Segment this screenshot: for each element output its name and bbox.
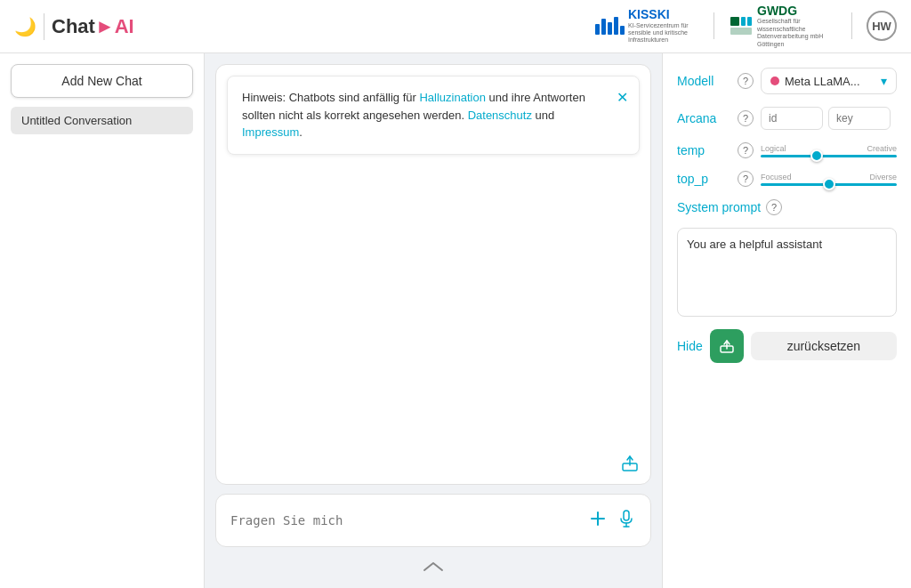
header-right: KISSKI KI-Servicezentrum für sensible un… [595,4,897,48]
bar5 [620,26,625,35]
model-status-dot [770,77,779,85]
system-prompt-help-icon[interactable]: ? [766,199,782,215]
plus-button[interactable] [588,509,608,533]
system-prompt-label: System prompt [677,200,761,214]
bar3 [608,22,612,35]
system-prompt-label-row: System prompt ? [677,199,897,215]
modell-help-icon[interactable]: ? [738,73,754,89]
chat-actions-row [216,446,650,484]
modell-label: Modell [677,74,730,88]
chat-messages [216,165,650,447]
arcana-inputs [761,107,897,130]
app-logo: Chat ► AI [52,15,134,38]
notice-link-halluzination[interactable]: Halluzination [419,91,485,104]
modell-row: Modell ? Meta LLaMA... ▾ [677,68,897,94]
arcana-key-input[interactable] [828,107,891,130]
chat-share-button[interactable] [620,453,640,477]
temp-row: temp ? Logical Creative [677,142,897,158]
gwdg-sub: Gesellschaft für wissenschaftliche Daten… [757,18,837,48]
system-prompt-textarea[interactable]: You are a helpful assistant [677,228,897,317]
input-container [215,494,651,547]
gwdg-logo: GWDG Gesellschaft für wissenschaftliche … [729,4,837,48]
bar1 [595,24,600,35]
share-icon [620,453,640,472]
chat-area: Hinweis: Chatbots sind anfällig für Hall… [205,53,662,588]
arcana-help-icon[interactable]: ? [738,110,754,126]
svg-rect-3 [730,28,752,35]
notice-text-before: Hinweis: Chatbots sind anfällig für [242,91,419,104]
logo-ai: AI [115,15,134,38]
notice-link-impressum[interactable]: Impressum [242,125,299,139]
notice-text-between: und [532,109,554,122]
kisski-sub: KI-Servicezentrum für sensible und kriti… [628,22,699,44]
logo-chat: Chat [52,15,95,38]
avatar[interactable]: HW [867,11,897,41]
top-p-slider[interactable] [761,183,897,186]
panel-share-icon [719,338,735,354]
top-p-row: top_p ? Focused Diverse [677,171,897,187]
kisski-logo: KISSKI KI-Servicezentrum für sensible un… [595,8,699,44]
main-content: Add New Chat Untitled Conversation Hinwe… [0,53,911,588]
notice-box: Hinweis: Chatbots sind anfällig für Hall… [227,76,640,155]
arcana-row: Arcana ? [677,107,897,130]
microphone-icon [617,509,636,528]
bar2 [601,19,606,35]
model-selector[interactable]: Meta LLaMA... ▾ [761,68,897,94]
panel-buttons: Hide zurücksetzen [677,329,897,363]
plus-icon [588,509,608,528]
chevron-down-icon: ▾ [881,74,887,88]
notice-close-button[interactable]: ✕ [617,87,628,109]
svg-rect-0 [730,17,739,26]
notice-text-end: . [299,125,302,139]
kisski-label: KISSKI [628,8,699,21]
reset-button[interactable]: zurücksetzen [751,332,897,360]
header-divider-2 [713,12,714,39]
kisski-text-block: KISSKI KI-Servicezentrum für sensible un… [628,8,699,44]
collapse-arrow-icon [420,560,447,574]
top-p-label: top_p [677,172,730,186]
conversation-item[interactable]: Untitled Conversation [11,107,193,134]
gwdg-icon [729,13,754,38]
hide-button[interactable]: Hide [677,339,703,353]
arcana-id-input[interactable] [761,107,823,130]
arcana-label: Arcana [677,111,730,125]
header: 🌙 Chat ► AI KISSKI KI-Servicezentrum für… [0,0,911,53]
kisski-bars-icon [595,17,625,35]
header-divider [44,13,44,40]
header-divider-3 [851,12,852,39]
chat-container: Hinweis: Chatbots sind anfällig für Hall… [215,64,651,485]
model-name: Meta LLaMA... [785,75,875,88]
notice-link-datenschutz[interactable]: Datenschutz [468,109,532,122]
temp-slider-container: Logical Creative [761,144,897,157]
temp-slider[interactable] [761,155,897,157]
add-new-chat-button[interactable]: Add New Chat [11,64,193,98]
svg-rect-1 [741,17,746,26]
top-p-slider-container: Focused Diverse [761,173,897,186]
sidebar: Add New Chat Untitled Conversation [0,53,205,588]
input-actions [588,509,636,533]
logo-arrow: ► [95,15,115,38]
header-left: 🌙 Chat ► AI [14,13,134,40]
gwdg-text-block: GWDG Gesellschaft für wissenschaftliche … [757,4,837,48]
top-p-help-icon[interactable]: ? [738,171,754,187]
moon-icon[interactable]: 🌙 [14,16,36,37]
microphone-button[interactable] [617,509,636,533]
panel-share-button[interactable] [710,329,744,363]
gwdg-label: GWDG [757,4,837,18]
bar4 [614,17,618,35]
temp-help-icon[interactable]: ? [738,142,754,158]
chat-input[interactable] [230,513,588,528]
svg-rect-8 [624,511,629,520]
temp-label: temp [677,143,730,157]
bottom-arrow[interactable] [215,556,651,577]
right-panel: Modell ? Meta LLaMA... ▾ Arcana ? temp ? [662,53,911,588]
svg-rect-2 [747,17,752,26]
